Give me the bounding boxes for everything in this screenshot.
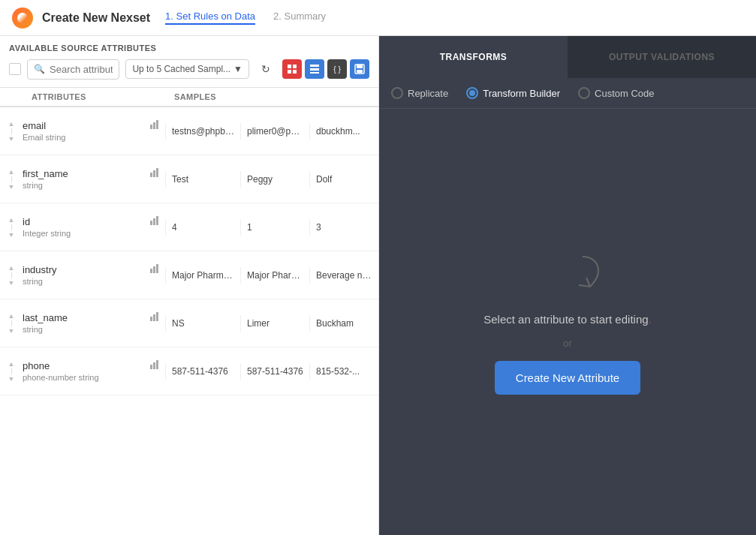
svg-rect-1: [293, 65, 297, 68]
stats-icon[interactable]: [150, 360, 159, 371]
svg-rect-3: [293, 70, 297, 74]
attr-name: industry: [23, 264, 159, 275]
refresh-button[interactable]: ↻: [255, 59, 276, 80]
attr-info: phone phone-number string: [23, 354, 165, 388]
sample-col-3: 3: [309, 219, 378, 236]
table-row[interactable]: ▲ ▼ industry string Major Pharmaceutical…: [0, 251, 378, 299]
mode-transform[interactable]: Transform Builder: [466, 87, 560, 99]
row-down-arrow[interactable]: ▼: [5, 135, 17, 143]
svg-rect-5: [310, 68, 319, 71]
right-panel-header: Transforms Output Validations: [379, 36, 756, 78]
row-divider: [11, 320, 12, 326]
table-row[interactable]: ▲ ▼ id Integer string 413: [0, 203, 378, 251]
row-divider: [11, 368, 12, 374]
tab-transforms[interactable]: Transforms: [379, 36, 568, 78]
mode-code-label: Custom Code: [595, 88, 654, 99]
sample-col-1: testns@phpbb.com: [165, 123, 240, 140]
row-down-arrow[interactable]: ▼: [5, 327, 17, 335]
radio-transform: [466, 87, 478, 99]
svg-rect-2: [288, 70, 291, 74]
mode-code[interactable]: Custom Code: [578, 87, 654, 99]
svg-rect-9: [357, 70, 363, 73]
row-divider: [11, 128, 12, 134]
col-header-samples: Samples: [174, 92, 249, 101]
row-controls: ▲ ▼: [0, 357, 23, 386]
radio-code: [578, 87, 590, 99]
row-down-arrow[interactable]: ▼: [5, 183, 17, 191]
table-row[interactable]: ▲ ▼ email Email string testns@phpbb.comp…: [0, 107, 378, 155]
attr-rows-container: ▲ ▼ email Email string testns@phpbb.comp…: [0, 107, 378, 395]
attr-name: last_name: [23, 312, 159, 323]
attr-name: email: [23, 120, 159, 131]
attr-type: string: [23, 325, 159, 334]
icon-buttons: { }: [282, 59, 369, 79]
step-2[interactable]: 2. Summary: [273, 11, 326, 25]
attr-name: id: [23, 216, 159, 227]
stats-icon[interactable]: [150, 120, 159, 131]
svg-rect-23: [153, 314, 155, 321]
row-up-arrow[interactable]: ▲: [5, 216, 17, 224]
transform-modes: Replicate Transform Builder Custom Code: [379, 78, 756, 109]
select-all-checkbox[interactable]: [9, 63, 21, 75]
main-layout: Available Source Attributes 🔍 Up to 5 Ca…: [0, 36, 756, 535]
row-controls: ▲ ▼: [0, 165, 23, 194]
attr-info: email Email string: [23, 114, 165, 148]
samples-right: plimer0@phpbb.comdbuckhm...: [240, 123, 378, 140]
tab-output-validations[interactable]: Output Validations: [568, 36, 756, 78]
sample-col-2: Limer: [240, 315, 309, 332]
radio-replicate: [391, 87, 403, 99]
row-down-arrow[interactable]: ▼: [5, 375, 17, 383]
samples-right: LimerBuckham: [240, 315, 378, 332]
attr-type: Integer string: [23, 229, 159, 238]
step-1[interactable]: 1. Set Rules on Data: [165, 11, 255, 25]
row-up-arrow[interactable]: ▲: [5, 312, 17, 320]
table-row[interactable]: ▲ ▼ phone phone-number string 587-511-43…: [0, 347, 378, 395]
code-icon-button[interactable]: { }: [327, 59, 347, 79]
table-row[interactable]: ▲ ▼ last_name string NSLimerBuckham: [0, 299, 378, 347]
attributes-table: Attributes Samples ▲ ▼ email Email strin…: [0, 88, 378, 535]
table-icon-button[interactable]: [305, 59, 324, 79]
row-down-arrow[interactable]: ▼: [5, 279, 17, 287]
create-new-attribute-button[interactable]: Create New Attribute: [495, 361, 640, 395]
stats-icon[interactable]: [150, 168, 159, 179]
stats-icon[interactable]: [150, 312, 159, 323]
row-divider: [11, 224, 12, 230]
save-icon-button[interactable]: [350, 59, 369, 79]
header-steps: 1. Set Rules on Data 2. Summary: [165, 11, 326, 25]
attr-info: id Integer string: [23, 210, 165, 244]
search-input[interactable]: [50, 64, 113, 75]
samples-right: 13: [240, 219, 378, 236]
row-up-arrow[interactable]: ▲: [5, 264, 17, 272]
sample-col-3: Dolf: [309, 171, 378, 188]
toolbar-row: 🔍 Up to 5 Cached Sampl... ▼ ↻: [9, 59, 369, 80]
svg-rect-26: [153, 362, 155, 369]
row-up-arrow[interactable]: ▲: [5, 168, 17, 176]
col-header-attributes: Attributes: [32, 92, 174, 101]
right-panel: Transforms Output Validations Replicate …: [379, 36, 756, 535]
stats-icon[interactable]: [150, 264, 159, 275]
row-up-arrow[interactable]: ▲: [5, 360, 17, 368]
mode-replicate[interactable]: Replicate: [391, 87, 448, 99]
right-panel-body: Select an attribute to start editing. or…: [379, 109, 756, 535]
left-panel-title: Available Source Attributes: [9, 44, 369, 53]
table-row[interactable]: ▲ ▼ first_name string TestPeggyDolf: [0, 155, 378, 203]
svg-rect-27: [156, 360, 158, 369]
row-controls: ▲ ▼: [0, 309, 23, 338]
row-up-arrow[interactable]: ▲: [5, 120, 17, 128]
svg-rect-6: [310, 72, 319, 74]
svg-rect-10: [150, 125, 152, 129]
row-down-arrow[interactable]: ▼: [5, 231, 17, 239]
grid-icon-button[interactable]: [282, 59, 302, 79]
mode-replicate-label: Replicate: [408, 88, 448, 99]
search-icon: 🔍: [34, 64, 45, 74]
left-panel: Available Source Attributes 🔍 Up to 5 Ca…: [0, 36, 379, 535]
sample-col-2: plimer0@phpbb.com: [240, 123, 309, 140]
stats-icon[interactable]: [150, 216, 159, 227]
attr-type: string: [23, 181, 159, 190]
sample-col-3: dbuckhm...: [309, 123, 378, 140]
svg-rect-18: [156, 216, 158, 225]
cached-samples-dropdown[interactable]: Up to 5 Cached Sampl... ▼: [125, 59, 249, 79]
svg-rect-14: [153, 170, 155, 177]
row-controls: ▲ ▼: [0, 213, 23, 242]
sample-col-3: Buckham: [309, 315, 378, 332]
